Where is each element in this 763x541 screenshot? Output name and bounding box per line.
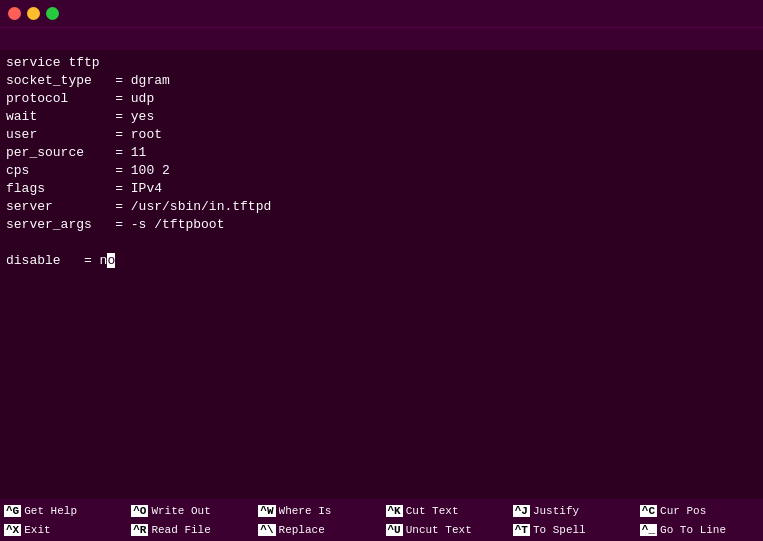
shortcut-label-0-5: Cur Pos (660, 505, 706, 517)
shortcut-item-0-3[interactable]: ^KCut Text (382, 505, 509, 517)
minimize-button[interactable] (27, 7, 40, 20)
shortcut-label-0-2: Where Is (279, 505, 332, 517)
shortcut-label-1-4: To Spell (533, 524, 586, 536)
shortcut-item-0-4[interactable]: ^JJustify (509, 505, 636, 517)
shortcut-label-1-1: Read File (151, 524, 210, 536)
shortcut-label-1-2: Replace (279, 524, 325, 536)
nano-header (0, 28, 763, 50)
shortcut-key-0-1: ^O (131, 505, 148, 517)
maximize-button[interactable] (46, 7, 59, 20)
shortcut-item-1-4[interactable]: ^TTo Spell (509, 524, 636, 536)
shortcut-item-0-5[interactable]: ^CCur Pos (636, 505, 763, 517)
shortcut-key-1-1: ^R (131, 524, 148, 536)
shortcut-item-1-3[interactable]: ^UUncut Text (382, 524, 509, 536)
shortcut-key-0-0: ^G (4, 505, 21, 517)
shortcut-label-1-5: Go To Line (660, 524, 726, 536)
shortcut-key-0-5: ^C (640, 505, 657, 517)
shortcut-item-1-2[interactable]: ^\Replace (254, 524, 381, 536)
cursor: o (107, 253, 115, 268)
shortcut-label-1-3: Uncut Text (406, 524, 472, 536)
shortcut-label-0-3: Cut Text (406, 505, 459, 517)
editor-area[interactable]: service tftp socket_type = dgram protoco… (0, 50, 763, 499)
shortcut-key-0-3: ^K (386, 505, 403, 517)
shortcut-row-1: ^GGet Help^OWrite Out^WWhere Is^KCut Tex… (0, 505, 763, 517)
shortcut-key-0-2: ^W (258, 505, 275, 517)
close-button[interactable] (8, 7, 21, 20)
shortcut-key-1-5: ^_ (640, 524, 657, 536)
titlebar (0, 0, 763, 28)
shortcut-key-0-4: ^J (513, 505, 530, 517)
shortcut-key-1-4: ^T (513, 524, 530, 536)
shortcut-item-1-5[interactable]: ^_Go To Line (636, 524, 763, 536)
shortcut-label-0-1: Write Out (151, 505, 210, 517)
shortcut-label-1-0: Exit (24, 524, 50, 536)
shortcut-key-1-2: ^\ (258, 524, 275, 536)
shortcut-row-2: ^XExit^RRead File^\Replace^UUncut Text^T… (0, 524, 763, 536)
shortcut-item-0-0[interactable]: ^GGet Help (0, 505, 127, 517)
shortcut-label-0-4: Justify (533, 505, 579, 517)
shortcut-item-1-1[interactable]: ^RRead File (127, 524, 254, 536)
window-controls (8, 7, 59, 20)
shortcut-key-1-0: ^X (4, 524, 21, 536)
shortcut-label-0-0: Get Help (24, 505, 77, 517)
shortcut-item-0-2[interactable]: ^WWhere Is (254, 505, 381, 517)
shortcut-item-1-0[interactable]: ^XExit (0, 524, 127, 536)
shortcuts-bar: ^GGet Help^OWrite Out^WWhere Is^KCut Tex… (0, 499, 763, 541)
shortcut-item-0-1[interactable]: ^OWrite Out (127, 505, 254, 517)
shortcut-key-1-3: ^U (386, 524, 403, 536)
